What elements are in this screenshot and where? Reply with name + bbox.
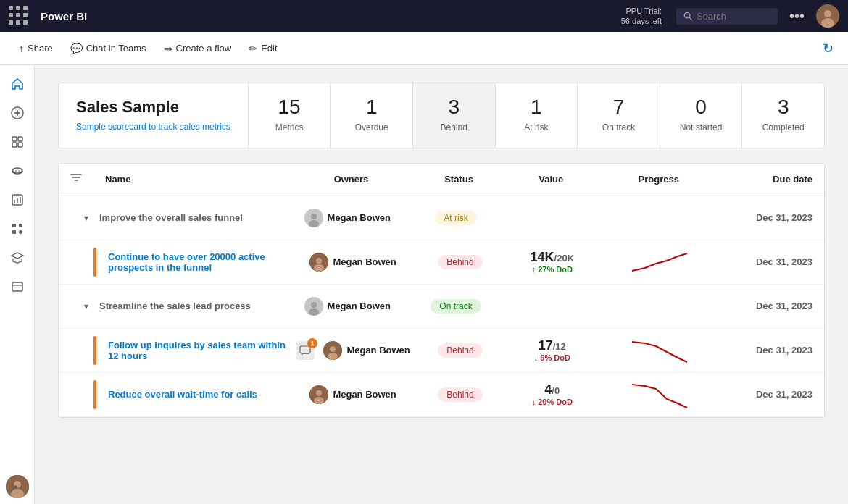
row-value: 14K/20K ↑ 27% DoD	[506, 250, 598, 274]
row-owners: Megan Bowen	[292, 385, 415, 404]
sidebar-item-home[interactable]	[4, 71, 30, 97]
create-flow-button[interactable]: ⇒ Create a flow	[157, 39, 239, 58]
col-header-due: Due date	[720, 174, 812, 185]
edit-button[interactable]: ✏ Edit	[241, 39, 284, 58]
metric-number-notstarted: 0	[669, 95, 733, 119]
sidebar-item-metrics[interactable]	[4, 187, 30, 213]
metric-number-behind: 3	[422, 95, 486, 119]
metric-card-overdue[interactable]: 1 Overdue	[331, 83, 413, 148]
sidebar-item-learn[interactable]	[4, 245, 30, 271]
status-badge: Behind	[438, 343, 482, 358]
sidebar-item-datahub[interactable]	[4, 158, 30, 184]
sidebar-item-apps[interactable]	[4, 216, 30, 242]
svg-point-28	[311, 214, 317, 219]
metrics-table: Name Owners Status Value Progress Due da…	[58, 163, 825, 418]
sidebar-item-browse[interactable]	[4, 129, 30, 155]
metric-label-completed: Completed	[751, 122, 815, 133]
more-options-button[interactable]: •••	[789, 8, 805, 25]
metric-card-behind[interactable]: 3 Behind	[413, 83, 496, 148]
owner-avatar	[304, 209, 323, 227]
row-owners: Megan Bowen	[286, 297, 410, 316]
svg-point-42	[314, 397, 324, 404]
owner-avatar	[309, 253, 328, 272]
sidebar-item-workspaces[interactable]	[4, 274, 30, 300]
row-due: Dec 31, 2023	[720, 345, 812, 356]
status-badge: Behind	[438, 255, 482, 269]
notification-count: 1	[307, 338, 317, 348]
secondary-toolbar: ↑ Share 💬 Chat in Teams ⇒ Create a flow …	[0, 32, 848, 65]
metric-card-notstarted[interactable]: 0 Not started	[660, 83, 743, 148]
main-content: Sales Sample Sample scorecard to track s…	[35, 65, 848, 504]
row-bar	[93, 380, 96, 409]
notification-badge-wrap: 1	[296, 341, 315, 360]
chat-in-teams-button[interactable]: 💬 Chat in Teams	[63, 39, 154, 58]
svg-point-21	[19, 230, 22, 234]
table-row[interactable]: ▾ Improve the overall sales funnel Megan…	[59, 196, 824, 240]
owner-name: Megan Bowen	[346, 345, 410, 356]
row-owners: Megan Bowen	[292, 253, 415, 272]
svg-point-35	[309, 308, 319, 316]
create-icon	[11, 106, 24, 119]
expand-button[interactable]: ▾	[79, 299, 93, 314]
svg-point-3	[824, 10, 831, 17]
svg-rect-20	[12, 230, 16, 234]
table-row[interactable]: Continue to have over 20000 active prosp…	[59, 240, 824, 285]
svg-rect-8	[12, 137, 17, 141]
value-big: 14K	[531, 250, 554, 264]
ppu-info: PPU Trial: 56 days left	[621, 6, 662, 27]
value-dod: ↓ 20% DoD	[506, 398, 598, 406]
metric-card-metrics[interactable]: 15 Metrics	[249, 83, 331, 148]
metric-card-atrisk[interactable]: 1 At risk	[496, 83, 578, 148]
svg-point-29	[309, 220, 319, 227]
status-badge: Behind	[438, 387, 482, 402]
search-box[interactable]	[676, 8, 778, 25]
owner-name: Megan Bowen	[328, 212, 391, 223]
sidebar-item-create[interactable]	[4, 100, 30, 126]
filter-icon[interactable]	[70, 172, 82, 187]
svg-line-1	[689, 17, 691, 20]
metric-card-ontrack[interactable]: 7 On track	[578, 83, 660, 148]
refresh-button[interactable]: ↻	[820, 38, 836, 59]
row-progress	[598, 336, 720, 365]
sparkline-up	[631, 248, 689, 277]
row-name: Improve the overall sales funnel	[96, 212, 286, 223]
row-name: Follow up inquires by sales team within …	[102, 340, 292, 361]
share-icon: ↑	[19, 43, 24, 54]
row-name: Streamline the sales lead process	[96, 301, 286, 311]
learn-icon	[11, 251, 24, 264]
metric-label-notstarted: Not started	[669, 122, 733, 133]
search-input[interactable]	[697, 11, 770, 22]
apps-grid-icon[interactable]	[9, 6, 29, 26]
row-bar	[93, 336, 96, 365]
metric-label-behind: Behind	[422, 122, 486, 133]
row-status: Behind	[415, 255, 507, 269]
owner-avatar	[304, 297, 323, 316]
row-due: Dec 31, 2023	[720, 301, 812, 311]
col-header-status: Status	[412, 174, 504, 185]
row-status: Behind	[415, 387, 507, 402]
row-owners: 1 Megan Bowen	[292, 341, 415, 360]
metric-number-metrics: 15	[257, 95, 322, 119]
user-avatar[interactable]	[816, 4, 839, 28]
owner-name: Megan Bowen	[333, 256, 396, 267]
table-row[interactable]: ▾ Streamline the sales lead process Mega…	[59, 285, 824, 329]
flow-icon: ⇒	[164, 43, 172, 54]
col-header-name: Name	[91, 174, 290, 185]
metric-card-completed[interactable]: 3 Completed	[742, 83, 824, 148]
svg-rect-22	[12, 282, 22, 291]
scorecard-header: Sales Sample Sample scorecard to track s…	[58, 83, 825, 148]
share-button[interactable]: ↑ Share	[12, 39, 60, 58]
table-row[interactable]: Reduce overall wait-time for calls Megan…	[59, 373, 824, 417]
row-bar	[70, 203, 73, 232]
sparkline-down2	[631, 380, 689, 409]
value-dod: ↓ 6% DoD	[506, 353, 598, 362]
datahub-icon	[11, 164, 24, 177]
col-header-progress: Progress	[597, 174, 720, 185]
table-row[interactable]: Follow up inquires by sales team within …	[59, 329, 824, 373]
row-due: Dec 31, 2023	[720, 256, 812, 267]
expand-button[interactable]: ▾	[79, 211, 93, 225]
external-link-button[interactable]: ↗	[9, 482, 18, 495]
app-logo: Power BI	[41, 10, 87, 22]
svg-point-32	[314, 264, 324, 272]
workspaces-icon	[11, 280, 24, 293]
